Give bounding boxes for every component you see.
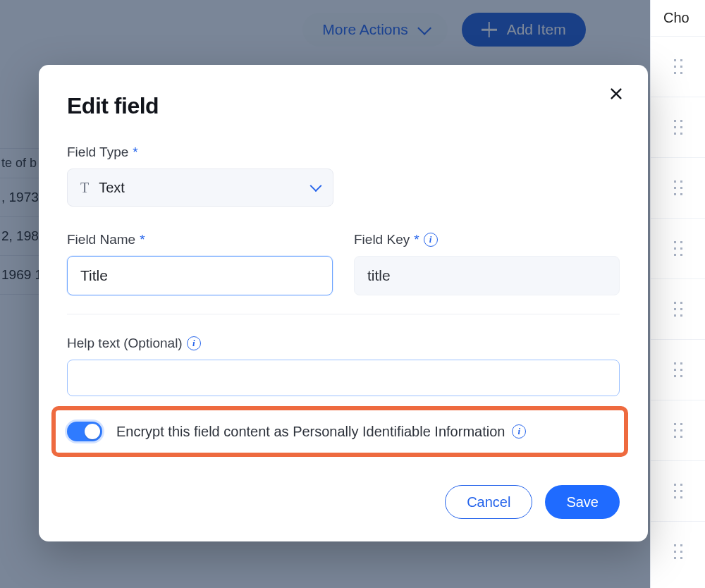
drag-handle-icon: [672, 118, 685, 137]
divider: [67, 314, 620, 314]
field-name-input[interactable]: [67, 256, 333, 295]
encrypt-toggle[interactable]: [67, 422, 102, 441]
edit-field-modal: Edit field Field Type * T Text Field Nam…: [39, 65, 648, 541]
required-asterisk: *: [133, 145, 137, 160]
right-panel-header: Cho: [651, 0, 705, 36]
drag-handle-icon: [672, 421, 685, 441]
field-type-section: Field Type * T Text: [67, 145, 620, 207]
name-key-row: Field Name * Field Key * i: [67, 232, 620, 295]
list-item[interactable]: [651, 278, 705, 339]
chevron-down-icon: [310, 180, 322, 192]
drag-handle-icon: [672, 482, 685, 501]
text-type-icon: T: [80, 180, 89, 196]
field-name-section: Field Name *: [67, 232, 333, 295]
drag-handle-icon: [672, 57, 685, 77]
list-item[interactable]: [651, 460, 705, 521]
field-key-label: Field Key * i: [354, 232, 620, 247]
field-type-label: Field Type *: [67, 145, 620, 160]
right-panel: Cho: [650, 0, 705, 588]
drag-handle-icon: [672, 178, 685, 198]
cancel-button[interactable]: Cancel: [445, 485, 532, 519]
info-icon[interactable]: i: [424, 233, 438, 247]
encrypt-row: Encrypt this field content as Personally…: [64, 419, 614, 444]
list-item[interactable]: [651, 97, 705, 157]
encrypt-label: Encrypt this field content as Personally…: [116, 424, 611, 440]
list-item[interactable]: [651, 36, 705, 97]
field-key-section: Field Key * i: [354, 232, 620, 295]
list-item[interactable]: [651, 339, 705, 400]
info-icon[interactable]: i: [512, 424, 526, 439]
drag-handle-icon: [672, 542, 685, 562]
info-icon[interactable]: i: [187, 336, 201, 350]
required-asterisk: *: [140, 232, 145, 247]
field-key-input[interactable]: [354, 256, 620, 295]
list-item[interactable]: [651, 218, 705, 278]
drag-handle-icon: [672, 300, 685, 319]
toggle-knob: [85, 424, 100, 439]
save-button[interactable]: Save: [545, 485, 620, 519]
help-text-section: Help text (Optional) i: [67, 336, 620, 396]
encrypt-highlight: Encrypt this field content as Personally…: [51, 406, 628, 457]
drag-handle-icon: [672, 239, 685, 259]
field-type-value: Text: [99, 180, 125, 196]
list-item[interactable]: [651, 521, 705, 582]
field-name-label: Field Name *: [67, 232, 333, 247]
modal-title: Edit field: [67, 93, 620, 119]
close-icon: [608, 86, 624, 102]
list-item[interactable]: [651, 157, 705, 218]
list-item[interactable]: [651, 400, 705, 460]
drag-handle-icon: [672, 360, 685, 380]
help-text-label: Help text (Optional) i: [67, 336, 620, 351]
required-asterisk: *: [414, 232, 419, 247]
modal-footer: Cancel Save: [67, 485, 620, 519]
help-text-input[interactable]: [67, 360, 620, 396]
close-button[interactable]: [606, 83, 627, 104]
field-type-select[interactable]: T Text: [67, 169, 333, 207]
